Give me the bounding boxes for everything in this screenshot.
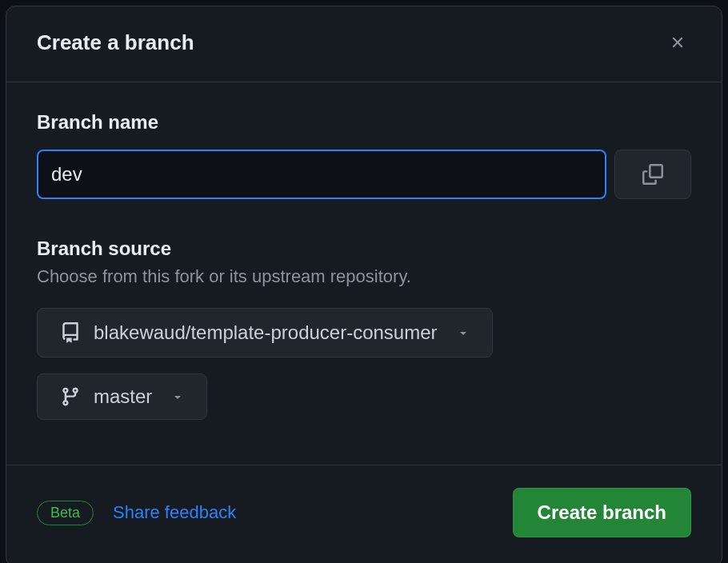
beta-badge: Beta xyxy=(37,501,94,525)
dialog-body: Branch name Branch source Choose from th… xyxy=(6,82,722,465)
git-branch-icon xyxy=(60,386,81,407)
footer-left: Beta Share feedback xyxy=(37,501,236,525)
share-feedback-link[interactable]: Share feedback xyxy=(113,502,236,523)
caret-down-icon xyxy=(457,326,470,339)
branch-name-input-row xyxy=(37,150,691,199)
copy-icon xyxy=(642,164,663,185)
base-branch-name: master xyxy=(94,385,152,408)
create-branch-button[interactable]: Create branch xyxy=(513,488,691,537)
repository-select[interactable]: blakewaud/template-producer-consumer xyxy=(37,308,493,357)
dialog-header: Create a branch xyxy=(6,6,722,82)
branch-name-label: Branch name xyxy=(37,111,691,134)
caret-down-icon xyxy=(171,390,184,403)
create-branch-dialog: Create a branch Branch name Branch sourc… xyxy=(6,6,722,563)
branch-source-label: Branch source xyxy=(37,238,691,260)
branch-source-description: Choose from this fork or its upstream re… xyxy=(37,266,691,287)
close-icon xyxy=(669,34,686,51)
close-button[interactable] xyxy=(664,29,691,56)
branch-name-input[interactable] xyxy=(37,150,606,199)
base-branch-select[interactable]: master xyxy=(37,373,207,420)
repo-icon xyxy=(60,322,81,343)
dialog-title: Create a branch xyxy=(37,30,194,55)
copy-button[interactable] xyxy=(614,150,691,199)
dialog-footer: Beta Share feedback Create branch xyxy=(6,465,722,563)
repository-name: blakewaud/template-producer-consumer xyxy=(94,321,438,344)
